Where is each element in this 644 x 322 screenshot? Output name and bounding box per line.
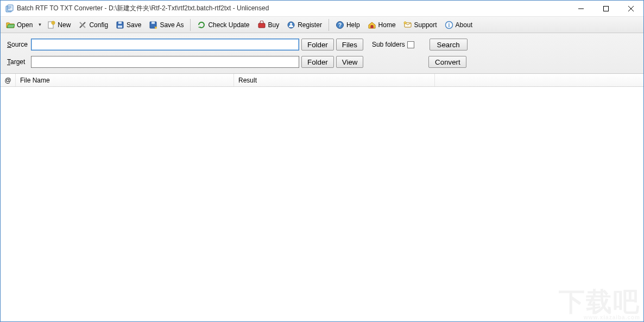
register-label: Register (298, 21, 322, 29)
table-header: @ File Name Result (1, 74, 643, 87)
svg-rect-6 (118, 22, 122, 24)
buy-label: Buy (268, 21, 280, 29)
svg-text:i: i (448, 22, 450, 28)
about-icon: i (445, 21, 453, 29)
col-spacer (435, 74, 643, 86)
col-filename[interactable]: File Name (16, 74, 234, 86)
svg-point-16 (404, 22, 406, 24)
register-button[interactable]: Register (283, 18, 325, 31)
buy-button[interactable]: Buy (254, 18, 283, 31)
open-folder-icon (6, 21, 15, 29)
open-dropdown[interactable]: ▼ (37, 18, 42, 31)
svg-text:?: ? (338, 22, 342, 28)
config-icon (78, 21, 87, 29)
minimize-button[interactable] (569, 1, 594, 17)
table-body (1, 87, 643, 321)
saveas-icon (149, 21, 157, 29)
svg-point-12 (290, 23, 292, 25)
checkupdate-button[interactable]: Check Update (194, 18, 252, 31)
subfolders-checkbox[interactable] (407, 41, 414, 48)
help-icon: ? (336, 21, 344, 29)
save-icon (116, 21, 124, 29)
register-icon (287, 21, 295, 29)
target-input[interactable] (31, 56, 299, 68)
maximize-button[interactable] (594, 1, 618, 17)
source-input[interactable] (31, 39, 299, 50)
svg-rect-2 (604, 6, 609, 11)
subfolders-label: Sub folders (372, 41, 405, 48)
new-label: New (58, 21, 71, 29)
support-button[interactable]: Support (400, 18, 440, 31)
col-result[interactable]: Result (234, 74, 435, 86)
svg-rect-10 (258, 23, 265, 28)
save-label: Save (127, 21, 141, 29)
update-icon (197, 21, 206, 29)
toolbar-separator (190, 19, 191, 31)
target-row: Target Folder View Convert (7, 56, 637, 68)
support-icon (403, 21, 412, 29)
toolbar: Open ▼ New Config Save Save As (1, 17, 643, 33)
home-button[interactable]: Home (364, 18, 399, 31)
target-label: Target (7, 58, 29, 66)
support-label: Support (414, 21, 437, 29)
close-button[interactable] (618, 1, 643, 17)
source-label: Source (7, 41, 29, 48)
svg-rect-1 (8, 5, 13, 11)
toolbar-separator (329, 19, 329, 31)
help-label: Help (346, 21, 360, 29)
new-button[interactable]: New (43, 18, 74, 31)
app-icon (5, 4, 14, 13)
saveas-label: Save As (160, 21, 184, 29)
home-label: Home (378, 21, 396, 29)
window-title: Batch RTF TO TXT Converter - D:\新建文件夹\Rt… (17, 4, 269, 13)
open-label: Open (17, 21, 33, 29)
search-button[interactable]: Search (430, 39, 468, 50)
app-window: Batch RTF TO TXT Converter - D:\新建文件夹\Rt… (0, 0, 644, 322)
config-label: Config (89, 21, 108, 29)
target-folder-button[interactable]: Folder (301, 56, 334, 68)
about-label: About (456, 21, 472, 29)
svg-rect-7 (118, 26, 122, 28)
saveas-button[interactable]: Save As (146, 18, 187, 31)
form-area: Source Folder Files Sub folders Search T… (1, 33, 643, 74)
new-file-icon (47, 21, 55, 29)
about-button[interactable]: i About (441, 18, 476, 31)
col-at[interactable]: @ (1, 74, 16, 86)
source-row: Source Folder Files Sub folders Search (7, 39, 637, 50)
home-icon (368, 21, 376, 29)
save-button[interactable]: Save (112, 18, 144, 31)
open-button[interactable]: Open (3, 18, 36, 31)
source-files-button[interactable]: Files (336, 39, 363, 50)
svg-rect-9 (151, 22, 155, 24)
convert-button[interactable]: Convert (428, 56, 466, 68)
title-bar: Batch RTF TO TXT Converter - D:\新建文件夹\Rt… (1, 1, 643, 17)
buy-icon (257, 21, 266, 29)
help-button[interactable]: ? Help (332, 18, 363, 31)
source-folder-button[interactable]: Folder (301, 39, 334, 50)
config-button[interactable]: Config (75, 18, 111, 31)
target-view-button[interactable]: View (336, 56, 364, 68)
checkupdate-label: Check Update (208, 21, 249, 29)
